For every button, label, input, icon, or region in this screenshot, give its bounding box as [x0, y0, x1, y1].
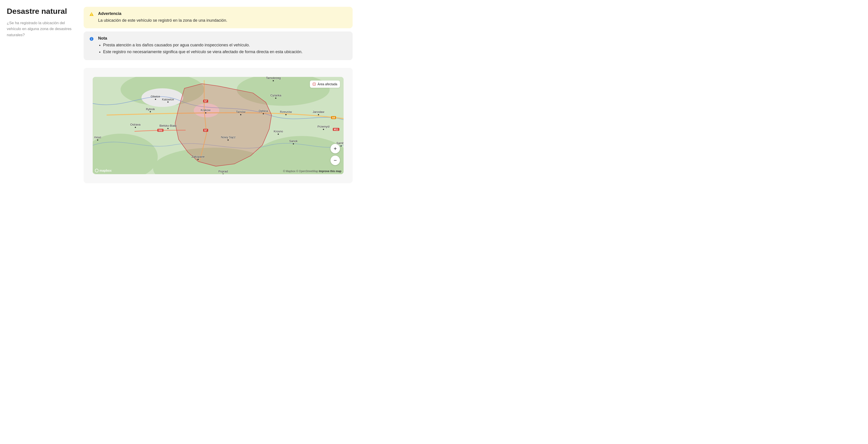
road-badge: S52 — [157, 129, 164, 132]
main-content: Advertencia La ubicación de este vehícul… — [84, 7, 352, 183]
city-dot — [155, 99, 156, 100]
road-badge: S7 — [203, 129, 208, 132]
city-dot — [275, 98, 276, 99]
city-label: Krakow — [201, 108, 211, 112]
note-title: Nota — [98, 36, 347, 41]
city-label: Poprad — [218, 170, 228, 173]
city-label: Cyranka — [270, 94, 281, 97]
city-label: Bielsko-Biała — [159, 124, 176, 127]
city-label: Tarnów — [236, 110, 246, 114]
map-card: TarnobrzegGliwiceKatowiceCyrankaRybnikKr… — [84, 68, 352, 183]
city-label: Zakopane — [191, 155, 205, 158]
warning-alert: Advertencia La ubicación de este vehícul… — [84, 7, 352, 28]
city-dot — [205, 112, 206, 113]
city-dot — [273, 80, 274, 81]
city-dot — [167, 101, 168, 103]
note-item: Presta atención a los daños causados por… — [103, 42, 347, 49]
city-label: Tarnobrzeg — [266, 77, 281, 80]
city-dot — [340, 145, 342, 146]
note-list: Presta atención a los daños causados por… — [98, 42, 347, 55]
svg-rect-1 — [91, 15, 92, 16]
city-label: Rzeszów — [280, 110, 292, 114]
city-dot — [97, 140, 98, 141]
city-label: Gliwice — [151, 94, 160, 98]
road-badge: M11 — [333, 128, 339, 131]
map-attribution: © Mapbox © OpenStreetMap Improve this ma… — [283, 170, 341, 173]
mapbox-logo: mapbox — [95, 169, 112, 172]
city-dot — [318, 114, 319, 115]
city-label: Jarosław — [313, 110, 324, 114]
note-alert: Nota Presta atención a los daños causado… — [84, 31, 352, 60]
city-dot — [228, 140, 229, 141]
note-item: Este registro no necesariamente signific… — [103, 49, 347, 55]
zoom-in-button[interactable]: + — [331, 144, 340, 153]
sidebar: Desastre natural ¿Se ha registrado la ub… — [7, 7, 74, 183]
city-dot — [135, 127, 136, 128]
city-dot — [263, 113, 264, 114]
mapbox-logo-text: mapbox — [99, 169, 112, 172]
city-dot — [167, 128, 168, 129]
city-dot — [323, 129, 324, 130]
city-label: Dębica — [259, 109, 268, 113]
legend-label: Área afectada — [318, 82, 337, 86]
city-label: Rybnik — [146, 107, 155, 111]
attribution-osm[interactable]: © OpenStreetMap — [296, 170, 318, 173]
city-dot — [240, 114, 241, 115]
svg-rect-0 — [91, 13, 92, 15]
city-label: Ostrava — [130, 123, 141, 126]
mapbox-logo-icon — [95, 169, 98, 172]
page-description: ¿Se ha registrado la ubicación del vehíc… — [7, 20, 74, 38]
city-dot — [278, 134, 279, 135]
zoom-controls: + − — [331, 144, 340, 165]
city-dot — [197, 159, 199, 160]
svg-rect-3 — [91, 38, 92, 40]
warning-icon — [89, 12, 94, 17]
city-dot — [293, 143, 294, 145]
info-icon — [89, 36, 94, 41]
city-dot — [150, 111, 151, 112]
road-badge: A4 — [331, 116, 336, 119]
city-label: Nowy Sącz — [221, 136, 236, 139]
attribution-mapbox[interactable]: © Mapbox — [283, 170, 296, 173]
city-label: Przemyśl — [317, 125, 329, 128]
warning-body: La ubicación de este vehículo se registr… — [98, 18, 347, 24]
svg-rect-4 — [91, 38, 92, 38]
warning-title: Advertencia — [98, 11, 347, 16]
road-badge: S7 — [203, 100, 208, 103]
map[interactable]: TarnobrzegGliwiceKatowiceCyrankaRybnikKr… — [93, 77, 344, 174]
map-legend: Área afectada — [310, 81, 340, 88]
page-title: Desastre natural — [7, 7, 74, 16]
zoom-out-button[interactable]: − — [331, 156, 340, 165]
city-dot — [223, 174, 224, 174]
legend-swatch-icon — [313, 83, 316, 86]
city-label: mouc — [94, 136, 101, 139]
city-label: Sanok — [289, 139, 298, 143]
city-label: Krosno — [274, 129, 283, 133]
city-label: Katowice — [162, 97, 174, 101]
city-dot — [285, 114, 286, 115]
attribution-improve[interactable]: Improve this map — [319, 170, 341, 173]
